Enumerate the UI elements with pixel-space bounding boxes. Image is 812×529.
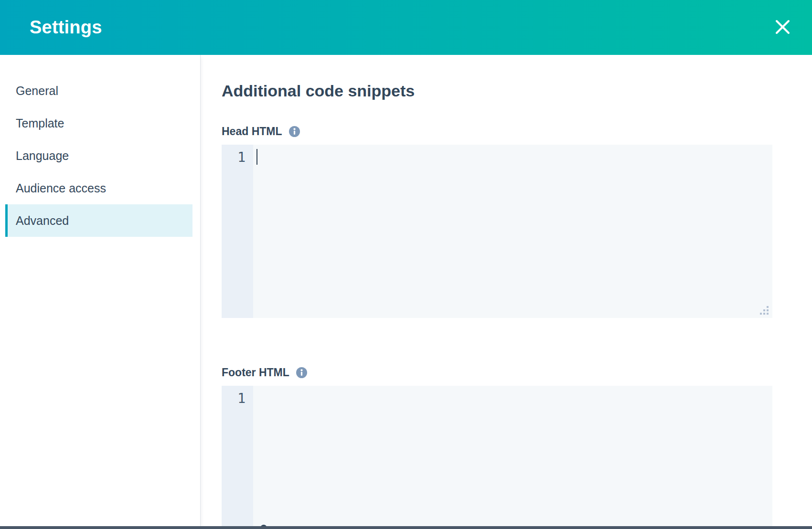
info-icon[interactable] bbox=[296, 367, 307, 378]
sidebar-item-label: Advanced bbox=[16, 214, 69, 228]
sidebar-item-label: General bbox=[16, 84, 58, 98]
modal-title: Settings bbox=[30, 17, 102, 38]
text-cursor bbox=[256, 149, 257, 165]
footer-html-label: Footer HTML bbox=[222, 366, 289, 379]
settings-sidebar: General Template Language Audience acces… bbox=[0, 55, 201, 529]
head-html-input-area[interactable] bbox=[253, 145, 772, 318]
sidebar-item-audience-access[interactable]: Audience access bbox=[5, 172, 192, 204]
close-button[interactable] bbox=[772, 17, 793, 38]
head-html-code-editor[interactable]: 1 bbox=[222, 145, 772, 318]
bottom-edge-bar bbox=[0, 526, 812, 529]
sidebar-item-advanced[interactable]: Advanced bbox=[5, 204, 192, 237]
info-icon[interactable] bbox=[289, 126, 300, 137]
sidebar-item-general[interactable]: General bbox=[5, 74, 192, 107]
sidebar-item-label: Template bbox=[16, 116, 64, 130]
advanced-settings-panel: Additional code snippets Head HTML 1 bbox=[201, 55, 812, 529]
footer-html-input-area[interactable] bbox=[253, 386, 772, 529]
footer-html-code-editor[interactable]: 1 bbox=[222, 386, 772, 529]
line-number-gutter: 1 bbox=[222, 386, 253, 529]
head-html-label-row: Head HTML bbox=[222, 125, 772, 138]
settings-modal: Settings General Template Language Au bbox=[0, 0, 812, 529]
sidebar-item-label: Audience access bbox=[16, 181, 106, 195]
close-icon bbox=[775, 20, 790, 36]
line-number-gutter: 1 bbox=[222, 145, 253, 318]
page-title: Additional code snippets bbox=[222, 80, 772, 101]
line-number: 1 bbox=[237, 391, 246, 406]
modal-body: General Template Language Audience acces… bbox=[0, 55, 812, 529]
modal-header: Settings bbox=[0, 0, 812, 55]
sidebar-item-language[interactable]: Language bbox=[5, 139, 192, 172]
sidebar-item-template[interactable]: Template bbox=[5, 107, 192, 139]
head-html-label: Head HTML bbox=[222, 125, 282, 138]
line-number: 1 bbox=[237, 149, 246, 165]
footer-html-label-row: Footer HTML bbox=[222, 366, 772, 379]
sidebar-item-label: Language bbox=[16, 149, 69, 163]
resize-handle-icon[interactable] bbox=[759, 305, 769, 316]
